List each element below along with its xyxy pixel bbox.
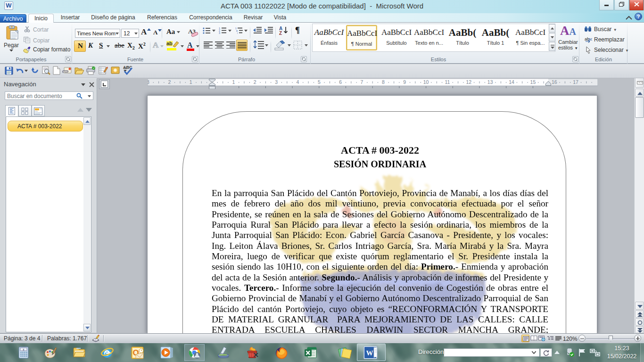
svg-text:1: 1 bbox=[190, 79, 192, 85]
svg-text:9: 9 bbox=[403, 79, 406, 85]
svg-text:3: 3 bbox=[275, 79, 278, 85]
svg-text:2: 2 bbox=[254, 79, 256, 85]
svg-text:ab: ab bbox=[166, 41, 173, 46]
svg-text:8: 8 bbox=[382, 79, 385, 85]
svg-text:12: 12 bbox=[466, 79, 471, 85]
svg-text:5: 5 bbox=[318, 79, 321, 85]
svg-text:i: i bbox=[237, 32, 238, 34]
svg-text:14: 14 bbox=[509, 79, 514, 85]
svg-text:A: A bbox=[187, 41, 193, 49]
svg-text:13: 13 bbox=[487, 79, 493, 85]
svg-text:8: 8 bbox=[23, 348, 25, 351]
svg-text:4: 4 bbox=[296, 79, 299, 85]
svg-text:ac: ac bbox=[588, 37, 592, 41]
svg-text:3: 3 bbox=[219, 32, 220, 34]
svg-text:15: 15 bbox=[530, 79, 536, 85]
svg-text:3: 3 bbox=[148, 79, 149, 85]
svg-text:10: 10 bbox=[423, 79, 429, 85]
svg-text:17: 17 bbox=[573, 79, 578, 85]
svg-text:W: W bbox=[366, 349, 373, 357]
svg-text:Z: Z bbox=[279, 31, 282, 35]
svg-text:1: 1 bbox=[232, 79, 235, 85]
svg-text:6: 6 bbox=[339, 79, 342, 85]
svg-text:11: 11 bbox=[445, 79, 450, 85]
svg-text:16: 16 bbox=[552, 79, 557, 85]
svg-text:7: 7 bbox=[361, 79, 363, 85]
svg-text:2: 2 bbox=[168, 79, 171, 85]
